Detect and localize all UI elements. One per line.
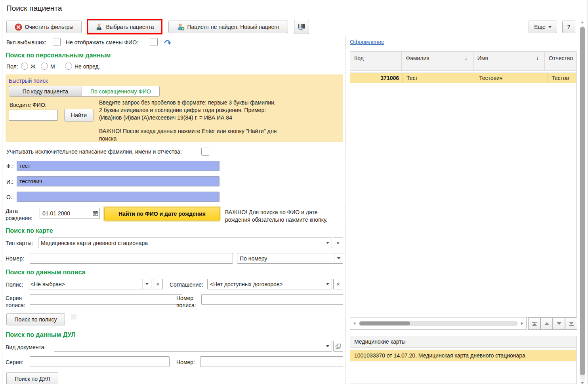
column-header-code[interactable]: Код xyxy=(350,52,402,70)
birthdate-hint: ВАЖНО! Для поиска по ФИО и дате рождения… xyxy=(225,209,344,224)
pane-splitter[interactable] xyxy=(345,36,346,384)
go-next-button[interactable] xyxy=(553,317,565,330)
vscroll-thumb[interactable] xyxy=(580,27,585,375)
go-previous-button[interactable] xyxy=(540,317,553,330)
barcode-icon xyxy=(297,23,306,31)
focus-artifact xyxy=(71,314,76,319)
card-number-mode-select[interactable]: По номеру xyxy=(237,253,343,264)
find-by-fio-dob-button[interactable]: Найти по ФИО и дате рождения xyxy=(104,207,220,221)
policy-clear-button[interactable]: × xyxy=(153,279,163,289)
doc-type-dropdown-icon[interactable] xyxy=(323,341,332,351)
exact-spelling-checkbox[interactable] xyxy=(201,148,209,156)
clear-filters-button[interactable]: Очистить фильтры xyxy=(6,21,82,33)
help-label: ? xyxy=(567,24,571,30)
search-by-policy-button[interactable]: Поиск по полису xyxy=(6,313,65,325)
doc-type-label: Вид документа: xyxy=(6,344,46,350)
policy-series-input[interactable] xyxy=(30,294,182,305)
agreement-select[interactable]: <Нет доступных договоров> xyxy=(207,279,332,289)
gender-radio-male[interactable] xyxy=(41,63,48,70)
tab-by-patient-code[interactable]: По коду пациента xyxy=(9,86,82,97)
go-next-icon xyxy=(557,322,561,325)
column-header-lastname[interactable]: Фамилия↓ xyxy=(402,52,473,70)
search-by-dul-button[interactable]: Поиск по ДУЛ xyxy=(6,372,58,384)
exact-spelling-label: Учитывать исключительное написание фамил… xyxy=(6,148,182,155)
chevron-down-icon xyxy=(548,26,552,28)
agreement-value: <Нет доступных договоров> xyxy=(208,281,323,287)
vscroll-track[interactable] xyxy=(580,26,585,381)
gender-female-label: Ж xyxy=(31,63,36,70)
middlename-label: О.: xyxy=(6,194,14,200)
medical-card-row[interactable]: 1001033370 от 14.07.20, Медицинская карт… xyxy=(350,350,576,361)
table-row[interactable]: 371006 Тест Тестович Тестов xyxy=(350,72,576,83)
appearance-link[interactable]: Оформление xyxy=(350,39,384,45)
agreement-clear-button[interactable]: × xyxy=(333,279,343,289)
scroll-left-icon[interactable] xyxy=(353,322,355,325)
lastname-input[interactable] xyxy=(17,161,220,171)
hscroll-track[interactable] xyxy=(359,321,518,326)
policy-series-label: Серия полиса: xyxy=(6,295,25,309)
dul-number-input[interactable] xyxy=(200,356,343,367)
hscroll-thumb[interactable] xyxy=(359,321,410,325)
more-button[interactable]: Еще xyxy=(529,21,557,33)
cell-middlename: Тестов xyxy=(548,73,576,83)
more-label: Еще xyxy=(534,24,546,30)
card-type-dropdown-icon[interactable] xyxy=(323,238,332,248)
results-table: Код Фамилия↓ Имя↓ Отчество 371006 Тест Т… xyxy=(350,51,577,317)
card-type-select[interactable]: Медицинская карта дневного стационара xyxy=(38,238,332,248)
include-departed-checkbox[interactable] xyxy=(53,38,61,46)
refresh-icon[interactable] xyxy=(163,38,172,48)
patient-search-window: Поиск пациента Очистить фильтры Выбрать … xyxy=(0,0,588,384)
go-last-button[interactable] xyxy=(565,317,577,330)
help-button[interactable]: ? xyxy=(562,21,575,33)
new-patient-label: Пациент не найден. Новый пациент xyxy=(187,24,280,30)
agreement-dropdown-icon[interactable] xyxy=(323,279,332,289)
go-last-icon xyxy=(569,322,574,325)
card-number-label: Номер: xyxy=(6,255,24,262)
card-number-mode-dropdown-icon[interactable] xyxy=(334,253,343,263)
go-first-icon xyxy=(532,323,537,326)
scroll-down-icon[interactable] xyxy=(581,382,584,384)
barcode-scan-button[interactable] xyxy=(294,20,309,34)
column-header-middlename[interactable]: Отчество xyxy=(545,52,576,70)
card-type-clear-button[interactable]: × xyxy=(333,238,343,248)
dul-number-label: Номер: xyxy=(176,359,195,365)
go-first-button[interactable] xyxy=(528,317,540,330)
firstname-input[interactable] xyxy=(17,176,220,186)
lastname-label: Ф.: xyxy=(6,163,13,169)
birthdate-value: 01.01.2000 xyxy=(40,210,91,217)
clear-filters-label: Очистить фильтры xyxy=(25,24,74,30)
card-section-header: Поиск по карте xyxy=(6,227,53,234)
gender-radio-undefined[interactable] xyxy=(65,63,72,70)
medical-cards-header: Медицинские карты xyxy=(350,336,576,348)
cell-code: 371006 xyxy=(350,73,403,83)
doc-type-choose-button[interactable] xyxy=(333,341,343,352)
hide-fio-changes-checkbox[interactable] xyxy=(150,38,158,46)
agreement-label: Соглашение: xyxy=(170,281,203,288)
tab-by-short-fio[interactable]: По сокращенному ФИО xyxy=(82,86,160,97)
dul-series-input[interactable] xyxy=(30,356,170,367)
window-vscrollbar[interactable] xyxy=(579,17,586,384)
card-number-input[interactable] xyxy=(30,253,233,264)
middlename-input[interactable] xyxy=(17,192,220,202)
select-patient-button[interactable]: Выбрать пациента xyxy=(88,20,161,33)
select-patient-label: Выбрать пациента xyxy=(106,24,154,30)
doc-type-select[interactable] xyxy=(54,341,332,352)
new-patient-icon xyxy=(177,23,185,30)
policy-value: <Не выбран> xyxy=(28,281,142,287)
find-button-label: Найти xyxy=(71,112,87,118)
policy-select[interactable]: <Не выбран> xyxy=(28,279,151,289)
scroll-up-icon[interactable] xyxy=(581,21,584,23)
column-header-firstname[interactable]: Имя↓ xyxy=(473,52,545,70)
new-patient-button[interactable]: Пациент не найден. Новый пациент xyxy=(168,21,288,33)
quick-fio-input[interactable] xyxy=(9,110,58,121)
policy-dropdown-icon[interactable] xyxy=(142,279,151,289)
calendar-icon[interactable] xyxy=(91,208,99,219)
table-hscrollbar[interactable] xyxy=(350,317,527,330)
gender-undefined-label: Не опред. xyxy=(74,63,100,70)
scroll-right-icon[interactable] xyxy=(521,322,523,325)
window-left-border xyxy=(2,0,2,384)
gender-radio-female[interactable] xyxy=(21,63,28,70)
find-button[interactable]: Найти xyxy=(64,109,94,122)
birthdate-field[interactable]: 01.01.2000 xyxy=(40,208,100,219)
policy-number-input[interactable] xyxy=(201,294,343,305)
